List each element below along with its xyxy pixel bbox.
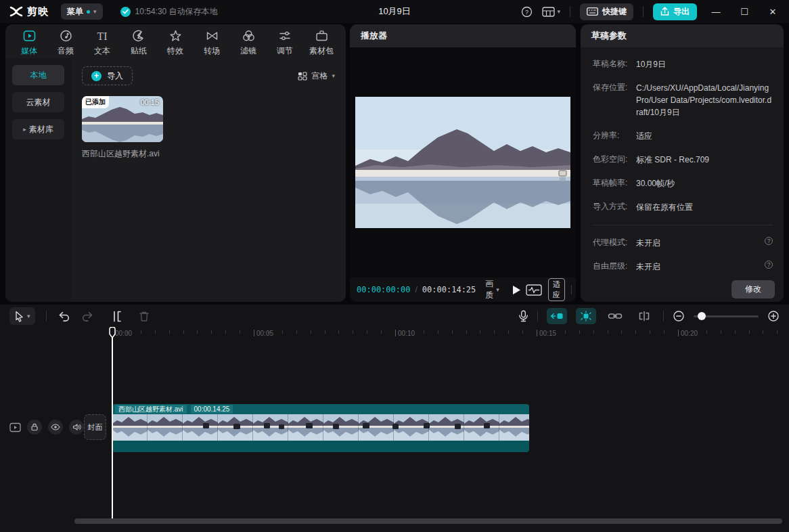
tab-label: 音频 (58, 45, 74, 57)
tab-audio[interactable]: 音频 (47, 27, 84, 58)
maximize-button[interactable]: ☐ (735, 7, 754, 17)
tab-transition[interactable]: 转场 (194, 27, 230, 58)
tab-sticker[interactable]: 贴纸 (120, 27, 157, 58)
play-button[interactable] (512, 285, 521, 295)
timeline-zoom-slider[interactable] (694, 315, 759, 317)
ruler-tick (650, 330, 650, 334)
info-icon[interactable]: ? (762, 261, 773, 273)
media-item[interactable]: 已添加 00:15 西部山区越野素材.avi (82, 96, 163, 160)
lock-track-icon[interactable] (27, 420, 42, 435)
quality-dropdown[interactable]: 画质 ▾ (485, 278, 499, 301)
timeline-ruler[interactable]: 00:0000:0500:1000:1500:20 (81, 328, 789, 341)
ruler-tick (282, 330, 283, 334)
tab-text[interactable]: TI 文本 (84, 27, 120, 58)
shortcut-button[interactable]: 快捷键 (580, 3, 633, 20)
field-value: 30.00帧/秒 (636, 177, 773, 190)
field-value: 保留在原有位置 (636, 201, 773, 213)
delete-button[interactable] (139, 311, 150, 322)
sidebar-item-local[interactable]: 本地 (12, 65, 64, 85)
info-icon[interactable]: ? (762, 237, 773, 249)
record-voiceover-icon[interactable] (518, 310, 528, 322)
tab-effects[interactable]: 特效 (157, 27, 194, 58)
total-duration: 00:00:14:25 (422, 285, 476, 294)
clip-audio-strip (112, 441, 529, 452)
zoom-slider-handle[interactable] (698, 312, 706, 320)
field-free-layer: 自由层级: 未开启 ? (593, 261, 773, 273)
ruler-tick (395, 330, 396, 336)
video-preview-area[interactable] (350, 47, 576, 278)
tab-adjust[interactable]: 调节 (267, 27, 303, 58)
field-color-space: 色彩空间: 标准 SDR - Rec.709 (593, 154, 773, 166)
video-clip[interactable]: 西部山区越野素材.avi 00:00.14.25 (112, 404, 529, 452)
export-button[interactable]: 导出 (653, 3, 697, 20)
undo-button[interactable] (58, 311, 70, 322)
ruler-tick (706, 330, 707, 334)
ruler-tick (452, 330, 453, 334)
playhead-handle[interactable] (108, 327, 116, 339)
redo-button[interactable] (81, 311, 94, 322)
import-label: 导入 (107, 70, 123, 82)
modify-button[interactable]: 修改 (731, 280, 775, 298)
divider (571, 285, 572, 294)
ruler-tick (480, 330, 480, 334)
divider (570, 6, 570, 17)
check-icon (120, 7, 131, 17)
zoom-out-button[interactable] (673, 310, 685, 322)
plus-icon: + (91, 71, 102, 81)
sidebar-item-label: 本地 (30, 70, 47, 81)
tab-material-pack[interactable]: 素材包 (303, 27, 340, 58)
svg-text:TI: TI (97, 30, 107, 41)
scopes-icon[interactable] (526, 284, 542, 296)
ruler-tick (522, 330, 523, 334)
fit-dropdown[interactable]: 适应 (548, 278, 565, 301)
ruler-tick (551, 330, 551, 334)
filter-icon (242, 29, 256, 43)
field-value: 标准 SDR - Rec.709 (636, 154, 773, 166)
tab-media[interactable]: 媒体 (11, 27, 47, 58)
media-thumbnail[interactable]: 已添加 00:15 (82, 96, 163, 142)
track-controls (9, 420, 84, 435)
tab-filter[interactable]: 滤镜 (230, 27, 267, 58)
preview-axis-toggle[interactable] (634, 308, 654, 324)
keyboard-icon (587, 7, 598, 16)
divider (593, 225, 773, 225)
split-button[interactable] (110, 311, 122, 322)
ruler-tick (325, 330, 325, 334)
media-filename: 西部山区越野素材.avi (82, 148, 163, 160)
ruler-tick (508, 330, 509, 334)
media-icon (22, 29, 37, 43)
cover-button[interactable]: 封面 (84, 414, 106, 440)
sidebar-item-cloud[interactable]: 云素材 (12, 92, 64, 112)
zoom-in-button[interactable] (767, 310, 780, 322)
minimize-button[interactable]: — (706, 7, 725, 17)
help-icon[interactable]: ? (521, 6, 533, 18)
ruler-label: 00:05 (256, 330, 273, 337)
chevron-down-icon: ▾ (496, 287, 499, 293)
app-window: 剪映 菜单 ▾ 10:54:30 自动保存本地 10月9日 ? ▾ (0, 0, 789, 532)
layout-switch-icon[interactable]: ▾ (542, 7, 560, 17)
select-tool-button[interactable]: ▾ (9, 307, 35, 325)
timeline-scrollbar[interactable] (74, 518, 782, 524)
hide-track-icon[interactable] (48, 420, 63, 435)
playhead-line[interactable] (112, 329, 113, 518)
quality-label: 画质 (485, 278, 493, 301)
player-title: 播放器 (361, 30, 387, 42)
tab-label: 文本 (94, 45, 110, 57)
menu-button[interactable]: 菜单 ▾ (61, 3, 103, 20)
main-track-magnet-toggle[interactable] (547, 308, 567, 324)
ruler-tick (621, 330, 622, 334)
sidebar-item-library[interactable]: ▸ 素材库 (12, 119, 64, 139)
view-mode-switch[interactable]: 宫格 ▾ (298, 70, 335, 82)
ruler-tick (296, 330, 297, 334)
clip-filmstrip (112, 414, 529, 441)
timeline-toolbar: ▾ (0, 305, 789, 328)
chevron-down-icon: ▾ (332, 73, 335, 79)
close-button[interactable]: ✕ (763, 7, 782, 17)
mute-track-icon[interactable] (69, 420, 84, 435)
auto-snap-toggle[interactable] (576, 308, 596, 324)
ruler-tick (565, 330, 566, 334)
link-toggle[interactable] (605, 308, 625, 324)
ruler-tick (579, 330, 580, 334)
app-logo: 剪映 (9, 5, 49, 18)
import-button[interactable]: + 导入 (82, 66, 133, 85)
